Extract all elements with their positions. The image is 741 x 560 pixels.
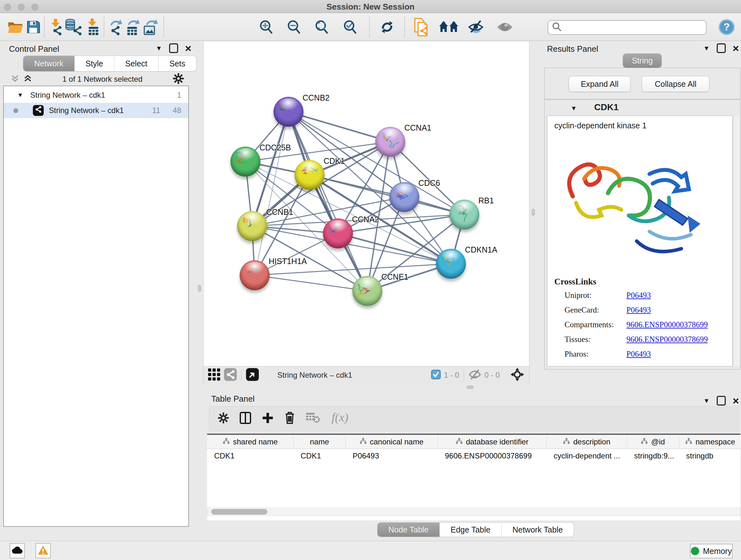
table-cell[interactable]: CDK1 bbox=[293, 449, 346, 463]
crosslink-value-link[interactable]: 9606.ENSP00000378699 bbox=[626, 320, 708, 329]
close-panel-icon[interactable]: × bbox=[733, 397, 739, 405]
add-column-icon[interactable] bbox=[262, 412, 273, 425]
grid-view-icon[interactable] bbox=[208, 368, 220, 382]
function-builder-icon[interactable]: f(x) bbox=[331, 411, 354, 426]
hidden-eye-icon[interactable] bbox=[468, 369, 481, 381]
delete-table-icon[interactable] bbox=[306, 413, 320, 424]
zoom-selected-button[interactable] bbox=[343, 19, 357, 36]
zoom-out-button[interactable] bbox=[287, 19, 301, 36]
close-panel-icon[interactable]: × bbox=[733, 44, 739, 52]
crosslink-value-link[interactable]: 9606.ENSP00000378699 bbox=[626, 335, 708, 344]
network-node-cdk1[interactable] bbox=[294, 160, 325, 190]
column-header-shared-name[interactable]: shared name bbox=[207, 435, 293, 449]
share-view-icon[interactable] bbox=[224, 368, 237, 382]
network-node-ccnb1[interactable] bbox=[237, 211, 267, 241]
column-header-canonical-name[interactable]: canonical name bbox=[346, 435, 438, 449]
show-columns-icon[interactable] bbox=[240, 412, 251, 425]
column-header-database-identifier[interactable]: database identifier bbox=[438, 435, 547, 449]
scrollbar-thumb[interactable] bbox=[211, 509, 267, 515]
network-node-cdkn1a[interactable] bbox=[436, 249, 466, 279]
search-box[interactable] bbox=[548, 20, 706, 35]
collapse-all-networks-icon[interactable] bbox=[11, 74, 19, 84]
import-network-button[interactable] bbox=[49, 19, 63, 36]
float-panel-icon[interactable] bbox=[717, 44, 726, 53]
table-options-gear-icon[interactable] bbox=[218, 413, 229, 425]
float-panel-icon[interactable] bbox=[169, 44, 178, 53]
tab-style[interactable]: Style bbox=[74, 56, 114, 71]
network-node-ccna2[interactable] bbox=[323, 219, 353, 248]
crosslink-value-link[interactable]: P06493 bbox=[626, 291, 651, 300]
results-scrollbar[interactable] bbox=[733, 116, 739, 366]
tab-select[interactable]: Select bbox=[114, 56, 158, 71]
splitter-handle[interactable] bbox=[467, 386, 474, 389]
apply-layout-button[interactable] bbox=[380, 19, 394, 36]
network-node-ccna1[interactable] bbox=[375, 127, 405, 157]
export-image-button[interactable] bbox=[143, 19, 158, 36]
gene-collapse-icon[interactable]: ▼ bbox=[570, 105, 577, 112]
delete-column-icon[interactable] bbox=[284, 412, 295, 426]
network-node-ccne1[interactable] bbox=[352, 276, 382, 306]
show-details-button[interactable] bbox=[496, 19, 513, 36]
collection-expand-icon[interactable]: ▼ bbox=[17, 91, 23, 99]
tab-node-table[interactable]: Node Table bbox=[378, 523, 440, 537]
hide-details-button[interactable] bbox=[468, 19, 484, 36]
table-cell[interactable]: stringdb bbox=[679, 449, 741, 463]
tab-sets[interactable]: Sets bbox=[158, 56, 196, 71]
tab-network-table[interactable]: Network Table bbox=[501, 523, 574, 537]
splitter-handle[interactable] bbox=[532, 209, 535, 216]
zoom-fit-button[interactable] bbox=[315, 19, 329, 36]
table-cell[interactable]: stringdb:9... bbox=[627, 449, 679, 463]
zoom-in-button[interactable] bbox=[259, 19, 273, 36]
table-cell[interactable]: CDK1 bbox=[207, 449, 293, 463]
network-collection-row[interactable]: ▼ String Network – cdk1 1 bbox=[4, 87, 188, 103]
network-options-gear-icon[interactable] bbox=[173, 73, 184, 85]
save-session-button[interactable] bbox=[26, 19, 40, 36]
network-node-cdc6[interactable] bbox=[389, 182, 419, 212]
table-cell[interactable]: cyclin-dependent ... bbox=[547, 449, 627, 463]
crosslink-value-link[interactable]: P06493 bbox=[626, 350, 651, 359]
table-row[interactable]: CDK1CDK1P064939606.ENSP00000378699cyclin… bbox=[207, 449, 740, 463]
splitter-handle[interactable] bbox=[198, 285, 201, 292]
column-header-name[interactable]: name bbox=[293, 435, 346, 449]
network-node-cdc25b[interactable] bbox=[230, 146, 260, 177]
clone-network-button[interactable] bbox=[414, 19, 430, 36]
collapse-all-button[interactable]: Collapse All bbox=[642, 76, 710, 92]
selected-checkbox-icon[interactable] bbox=[431, 370, 441, 381]
table-toolbar: f(x) bbox=[209, 406, 739, 431]
cloud-status-button[interactable] bbox=[10, 543, 25, 558]
network-node-ccnb2[interactable] bbox=[273, 97, 304, 127]
tab-string[interactable]: String bbox=[623, 54, 662, 68]
close-panel-icon[interactable]: × bbox=[185, 44, 192, 52]
crosslink-value-link[interactable]: P06493 bbox=[626, 306, 651, 314]
panel-menu-icon[interactable]: ▼ bbox=[703, 45, 710, 52]
memory-button[interactable]: Memory bbox=[690, 544, 733, 558]
table-cell[interactable]: P06493 bbox=[346, 449, 438, 463]
export-table-button[interactable] bbox=[125, 19, 140, 36]
import-network-from-database-button[interactable] bbox=[65, 19, 82, 36]
float-panel-icon[interactable] bbox=[717, 396, 726, 406]
warnings-button[interactable] bbox=[36, 543, 51, 558]
network-row[interactable]: String Network – cdk1 11 48 bbox=[4, 103, 188, 118]
search-input[interactable] bbox=[562, 23, 697, 32]
export-network-button[interactable] bbox=[109, 19, 123, 36]
panel-menu-icon[interactable]: ▼ bbox=[703, 397, 710, 405]
help-button[interactable]: ? bbox=[719, 19, 735, 36]
column-header-namespace[interactable]: namespace bbox=[679, 435, 741, 449]
panel-menu-icon[interactable]: ▼ bbox=[156, 45, 162, 52]
network-node-rb1[interactable] bbox=[449, 199, 479, 230]
detach-view-icon[interactable] bbox=[246, 368, 259, 382]
tab-network[interactable]: Network bbox=[23, 56, 74, 71]
table-cell[interactable]: 9606.ENSP00000378699 bbox=[438, 449, 547, 463]
tab-edge-table[interactable]: Edge Table bbox=[440, 523, 501, 537]
expand-all-networks-icon[interactable] bbox=[23, 74, 32, 84]
column-header-description[interactable]: description bbox=[547, 435, 627, 449]
fit-selected-icon[interactable] bbox=[511, 368, 524, 382]
network-canvas[interactable]: CCNB2CCNA1CDC25BCDK1CDC6RB1CCNB1CCNA2CDK… bbox=[203, 42, 529, 366]
open-session-button[interactable] bbox=[8, 19, 23, 36]
network-node-hist1h1a[interactable] bbox=[240, 260, 270, 290]
string-home-button[interactable] bbox=[439, 19, 459, 36]
table-horizontal-scrollbar[interactable] bbox=[207, 508, 740, 516]
column-header-@id[interactable]: @id bbox=[627, 435, 679, 449]
import-table-button[interactable] bbox=[86, 19, 99, 36]
expand-all-button[interactable]: Expand All bbox=[569, 76, 630, 92]
